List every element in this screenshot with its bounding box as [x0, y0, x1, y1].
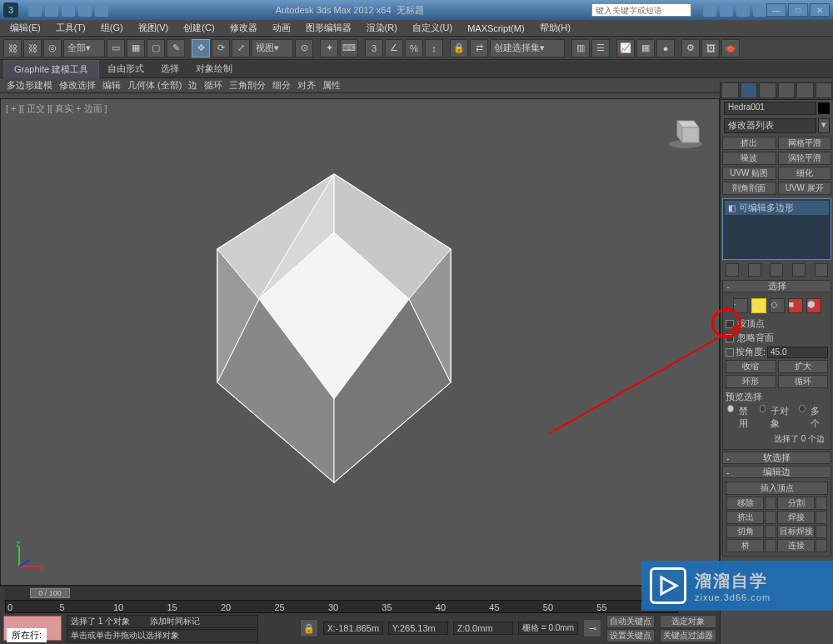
align-icon[interactable]: ▥: [571, 39, 590, 57]
menu-customize[interactable]: 自定义(U): [406, 20, 459, 36]
bridge-settings-icon[interactable]: [765, 539, 776, 552]
select-name-icon[interactable]: ▦: [127, 39, 145, 57]
tab-create-icon[interactable]: [721, 82, 739, 98]
sub-geom[interactable]: 几何体 (全部): [127, 79, 182, 92]
layers-icon[interactable]: ☰: [591, 39, 610, 57]
paint-icon[interactable]: ✎: [167, 39, 185, 57]
mod-uvwmap[interactable]: UVW 贴图: [722, 167, 776, 180]
sub-subdiv[interactable]: 细分: [272, 79, 291, 92]
tab-motion-icon[interactable]: [778, 82, 796, 98]
stack-remove-icon[interactable]: [792, 263, 806, 277]
modifier-list-arrow-icon[interactable]: ▾: [818, 118, 830, 133]
radio-disable[interactable]: [727, 405, 734, 412]
key-mode-icon[interactable]: ⊸: [583, 619, 601, 637]
menu-maxscript[interactable]: MAXScript(M): [461, 22, 531, 35]
pivot-icon[interactable]: ⊙: [295, 39, 313, 57]
coord-z[interactable]: Z:0.0mm: [453, 622, 513, 635]
btn-chamfer[interactable]: 切角: [726, 525, 764, 538]
fav-icon[interactable]: [736, 3, 750, 17]
maximize-button[interactable]: □: [788, 3, 808, 17]
ref-coord-dropdown[interactable]: 视图 ▾: [252, 39, 293, 57]
coord-y[interactable]: Y:265.13m: [388, 622, 448, 635]
mod-extrude[interactable]: 挤出: [722, 137, 776, 150]
mod-turbosmooth[interactable]: 涡轮平滑: [778, 152, 832, 165]
sub-edit[interactable]: 编辑: [102, 79, 121, 92]
btn-weld[interactable]: 焊接: [777, 511, 815, 524]
help-icon[interactable]: [703, 3, 716, 17]
split-settings-icon[interactable]: [816, 497, 827, 510]
menu-render[interactable]: 渲染(R): [360, 20, 404, 36]
tab-utilities-icon[interactable]: [816, 82, 833, 98]
snap-icon[interactable]: 3: [365, 39, 383, 57]
render-setup-icon[interactable]: ⚙: [681, 39, 700, 57]
rotate-icon[interactable]: ⟳: [212, 39, 230, 57]
ribbon-tab-freeform[interactable]: 自由形式: [99, 60, 152, 77]
qat-undo-icon[interactable]: [78, 3, 92, 17]
viewport-label[interactable]: [ + ][ 正交 ][ 真实 + 边面 ]: [6, 102, 107, 115]
named-sets-dropdown[interactable]: 创建选择集 ▾: [490, 39, 565, 57]
rollout-soft-header[interactable]: 软选择: [722, 452, 831, 464]
subobj-vertex-icon[interactable]: ·: [733, 298, 748, 313]
menu-modifiers[interactable]: 修改器: [223, 20, 264, 36]
schematic-icon[interactable]: ▦: [636, 39, 655, 57]
tweld-settings-icon[interactable]: [816, 525, 827, 538]
link-icon[interactable]: ⛓: [3, 39, 22, 57]
percent-snap-icon[interactable]: %: [405, 39, 423, 57]
object-color-swatch[interactable]: [818, 102, 830, 114]
tab-hierarchy-icon[interactable]: [759, 82, 776, 98]
extrude-settings-icon[interactable]: [765, 511, 776, 524]
ribbon-tab-paint[interactable]: 对象绘制: [187, 60, 241, 77]
btn-target-weld[interactable]: 目标焊接: [777, 525, 815, 538]
btn-split[interactable]: 分割: [777, 497, 815, 510]
chk-ignore-back[interactable]: [726, 334, 734, 342]
close-button[interactable]: ✕: [810, 3, 830, 17]
move-icon[interactable]: ✥: [192, 39, 210, 57]
selected-dropdown[interactable]: 选定对象: [660, 615, 716, 628]
subobj-edge-icon[interactable]: ◁: [751, 298, 766, 313]
weld-settings-icon[interactable]: [816, 511, 827, 524]
menu-animation[interactable]: 动画: [266, 20, 297, 36]
chk-by-angle[interactable]: [726, 348, 734, 357]
info-icon[interactable]: [753, 3, 766, 17]
sub-props[interactable]: 属性: [322, 79, 341, 92]
comm-icon[interactable]: [720, 3, 733, 17]
btn-ring[interactable]: 环形: [726, 375, 776, 388]
rect-icon[interactable]: ▢: [147, 39, 165, 57]
unlink-icon[interactable]: ⛓: [23, 39, 42, 57]
viewcube-icon[interactable]: [666, 109, 706, 149]
lock-selection-icon[interactable]: 🔒: [300, 619, 318, 637]
menu-tools[interactable]: 工具(T): [49, 20, 92, 36]
mod-bevel-profile[interactable]: 剖角剖面: [722, 182, 776, 195]
stack-unique-icon[interactable]: [770, 263, 783, 277]
radio-multi[interactable]: [799, 405, 806, 412]
menu-group[interactable]: 组(G): [94, 20, 130, 36]
stack-show-icon[interactable]: [748, 263, 761, 277]
btn-connect[interactable]: 连接: [777, 539, 815, 552]
tab-display-icon[interactable]: [796, 82, 814, 98]
sel-lock-icon[interactable]: 🔒: [450, 39, 468, 57]
subobj-border-icon[interactable]: ◇: [770, 298, 785, 313]
spinner-snap-icon[interactable]: ↕: [425, 39, 443, 57]
rollout-edit-edge-header[interactable]: 编辑边: [722, 466, 831, 478]
coord-x[interactable]: X:-181.865m: [323, 622, 383, 635]
minimize-button[interactable]: —: [766, 3, 786, 17]
kbd-icon[interactable]: ⌨: [340, 39, 358, 57]
btn-remove[interactable]: 移除: [726, 497, 764, 510]
btn-extrude-edge[interactable]: 挤出: [726, 511, 764, 524]
add-time-tag[interactable]: 添加时间标记: [150, 616, 200, 627]
btn-shrink[interactable]: 收缩: [726, 360, 776, 373]
angle-spinner[interactable]: 45.0: [767, 347, 828, 358]
render-icon[interactable]: 🫖: [721, 39, 740, 57]
material-icon[interactable]: ●: [656, 39, 675, 57]
sub-modsel[interactable]: 修改选择: [59, 79, 96, 92]
stack-config-icon[interactable]: [815, 263, 828, 277]
mod-meshsmooth[interactable]: 网格平滑: [778, 137, 832, 150]
mod-noise[interactable]: 噪波: [722, 152, 776, 165]
mirror-icon[interactable]: ⇄: [470, 39, 488, 57]
sub-loop[interactable]: 循环: [204, 79, 222, 92]
time-slider[interactable]: 0 / 100: [5, 588, 678, 600]
curve-ed-icon[interactable]: 📈: [616, 39, 635, 57]
stack-pin-icon[interactable]: [726, 263, 739, 277]
select-icon[interactable]: ▭: [107, 39, 125, 57]
scale-icon[interactable]: ⤢: [232, 39, 250, 57]
